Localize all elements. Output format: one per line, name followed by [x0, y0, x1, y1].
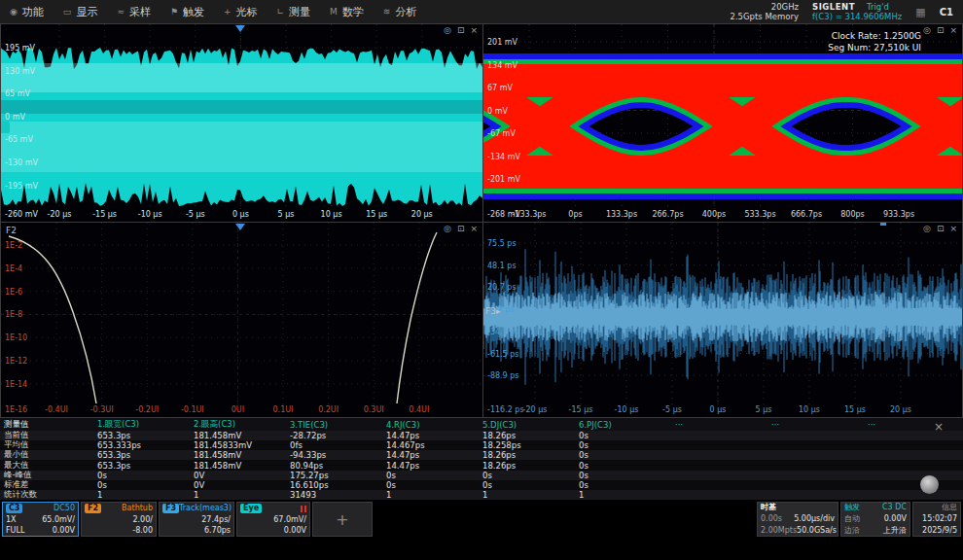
empty-measurement-slot[interactable]: ··· — [864, 420, 960, 430]
channel-selector[interactable]: C1 — [940, 7, 953, 18]
x-tick-label: 5 µs — [278, 210, 295, 219]
measurement-column-header[interactable]: 4.RJ(C3) — [382, 420, 479, 430]
expand-icon[interactable]: ⊡ — [937, 225, 945, 233]
measurement-column-header[interactable]: 1.眼宽(C3) — [93, 419, 190, 431]
menu-item-2[interactable]: ▭显示 — [54, 0, 108, 23]
panel-window-icons: ◎ ⊡ × — [444, 26, 478, 35]
display-grid: 195 mV130 mV65 mV0 mV-65 mV-130 mV-195 m… — [0, 23, 963, 418]
measurement-value: 31493 — [286, 490, 382, 500]
menu-item-3[interactable]: ≈采样 — [107, 0, 160, 23]
y-tick-label: 1E-6 — [5, 288, 22, 297]
measurement-value: 0s — [479, 480, 575, 490]
waveform-trace — [1, 24, 482, 209]
trigger-position-marker[interactable] — [235, 25, 245, 32]
jitter-track-panel[interactable]: F3▸ 75.5 ps48.1 ps20.7 ps-6.7 ps-34.1 ps… — [482, 222, 963, 418]
measurement-value: 1 — [190, 490, 286, 500]
y-tick-label: -61.5 ps — [487, 350, 519, 359]
measurement-value: 653.3ps — [93, 431, 190, 440]
plus-icon: + — [336, 510, 348, 529]
waveform-panel[interactable]: 195 mV130 mV65 mV0 mV-65 mV-130 mV-195 m… — [0, 23, 483, 223]
expand-icon[interactable]: ⊡ — [457, 225, 465, 233]
corner-tick-label: -116.2 ps — [487, 405, 524, 414]
timebase-points: 2.00Mpts — [761, 527, 797, 535]
f3-scale: 27.4ps/ — [201, 516, 231, 524]
menu-item-8[interactable]: ≋分析 — [374, 0, 427, 23]
close-icon[interactable]: × — [949, 26, 957, 35]
x-tick-label: -10 µs — [138, 210, 162, 219]
jitter-track-trace — [483, 223, 962, 404]
focus-icon[interactable]: ◎ — [923, 225, 931, 233]
y-tick-label: -65 mV — [5, 135, 33, 144]
table-close-icon[interactable]: × — [934, 420, 944, 434]
measurement-value: 0s — [575, 440, 671, 450]
trigger-box[interactable]: 触发 C3 DC 自动 0.00V 边沿 上升沿 — [840, 502, 910, 537]
expand-icon[interactable]: ⊡ — [457, 26, 465, 35]
menu-item-5[interactable]: +光标 — [214, 0, 268, 23]
brand-logo: SIGLENT — [812, 2, 855, 12]
empty-measurement-slot[interactable]: ··· — [767, 420, 864, 430]
eye-box[interactable]: Eye 67.0mV/ 0.00V — [236, 502, 310, 537]
menu-item-7[interactable]: M数学 — [320, 0, 374, 23]
x-tick-label: 10 µs — [321, 210, 342, 219]
expand-icon[interactable]: ⊡ — [937, 26, 945, 35]
measurement-value: 653.3ps — [93, 461, 190, 471]
clock-date: 2025/9/5 — [922, 527, 957, 535]
eye-scale: 67.0mV/ — [273, 516, 306, 524]
measurement-value: 653.3ps — [93, 450, 190, 460]
c3-badge: C3 — [6, 504, 22, 513]
x-tick-label: 400ps — [702, 210, 727, 219]
trigger-position-marker[interactable] — [235, 224, 245, 230]
focus-icon[interactable]: ◎ — [923, 26, 931, 35]
trigger-status-badge: Trig'd — [867, 2, 889, 12]
acquire-icon: ≈ — [117, 7, 125, 17]
close-icon[interactable]: × — [470, 225, 478, 233]
measurement-column-header[interactable]: 3.TIE(C3) — [286, 420, 382, 430]
navigation-knob[interactable] — [920, 475, 939, 494]
measurement-column-header[interactable]: 6.PJ(C3) — [575, 420, 671, 430]
close-icon[interactable]: × — [949, 225, 957, 233]
x-tick-label: -20 µs — [48, 210, 72, 219]
x-tick-label: 0ps — [568, 210, 582, 219]
x-tick-label: -15 µs — [92, 210, 117, 219]
y-tick-label: -88.9 ps — [487, 371, 519, 380]
trigger-level: 0.00V — [884, 515, 907, 523]
measurement-value: 0s — [575, 480, 671, 490]
channel-settings-icon[interactable]: ▦ — [915, 6, 925, 18]
bathtub-panel[interactable]: F2 1E-21E-41E-61E-81E-101E-121E-14 1E-16… — [0, 222, 483, 418]
datetime-box: 信息 15:02:07 2025/9/5 — [912, 502, 961, 537]
measurement-value: 175.27ps — [286, 471, 382, 480]
measurement-value: 18.258ps — [479, 440, 575, 450]
eye-offset: 0.00V — [284, 527, 306, 535]
timebase-box[interactable]: 时基 0.00s 5.00µs/div 2.00Mpts 50.0GSa/s — [757, 502, 838, 537]
f3-function-tag[interactable]: F3▸ — [485, 306, 500, 316]
measurement-value: 1 — [93, 490, 190, 500]
add-channel-box[interactable]: + — [312, 502, 373, 537]
timebase-rate: 50.0GSa/s — [797, 527, 837, 535]
eye-diagram-panel[interactable]: Clock Rate: 1.2500G Seg Num: 27,510k UI … — [482, 23, 963, 223]
measurement-value: 18.26ps — [479, 461, 575, 471]
measurement-column-header[interactable]: 5.DJ(C3) — [479, 420, 575, 430]
table-row: 峰-峰值0s0V175.27ps0s0s0s — [0, 471, 963, 480]
function-f2-box[interactable]: F2 Bathtub 2.00/ -8.00 — [81, 502, 157, 537]
oscilloscope-screen: ◉功能▭显示≈采样⚑触发+光标∟测量M数学≋分析 20GHz 2.5Gpts M… — [0, 0, 963, 560]
table-row: 平均值653.333ps181.45833mV0fs14.467ps18.258… — [0, 440, 963, 450]
y-tick-label: 134 mV — [487, 61, 517, 70]
menu-item-6[interactable]: ∟测量 — [268, 0, 321, 23]
channel-offset-marker[interactable] — [1, 122, 10, 133]
close-icon[interactable]: × — [470, 26, 478, 35]
measurement-value: 0s — [93, 480, 190, 490]
measurement-column-header[interactable]: 2.眼高(C3) — [190, 419, 286, 431]
measurement-value: 14.467ps — [382, 440, 479, 450]
bathtub-curve — [1, 223, 482, 404]
y-tick-label: 1E-10 — [5, 333, 27, 342]
bandwidth-label: 20GHz — [731, 2, 800, 12]
menu-item-1[interactable]: ◉功能 — [0, 0, 54, 23]
focus-icon[interactable]: ◎ — [444, 26, 451, 35]
function-f3-box[interactable]: F3 Track(meas3) 27.4ps/ 6.70ps — [159, 502, 234, 537]
f2-function-tag[interactable]: F2 — [6, 226, 17, 235]
channel-c3-box[interactable]: C3 DC50 1X 65.0mV/ FULL 0.00V — [2, 502, 79, 537]
empty-measurement-slot[interactable]: ··· — [671, 420, 767, 430]
measurement-value: 14.47ps — [382, 431, 479, 440]
menu-item-4[interactable]: ⚑触发 — [160, 0, 214, 23]
focus-icon[interactable]: ◎ — [444, 225, 451, 233]
